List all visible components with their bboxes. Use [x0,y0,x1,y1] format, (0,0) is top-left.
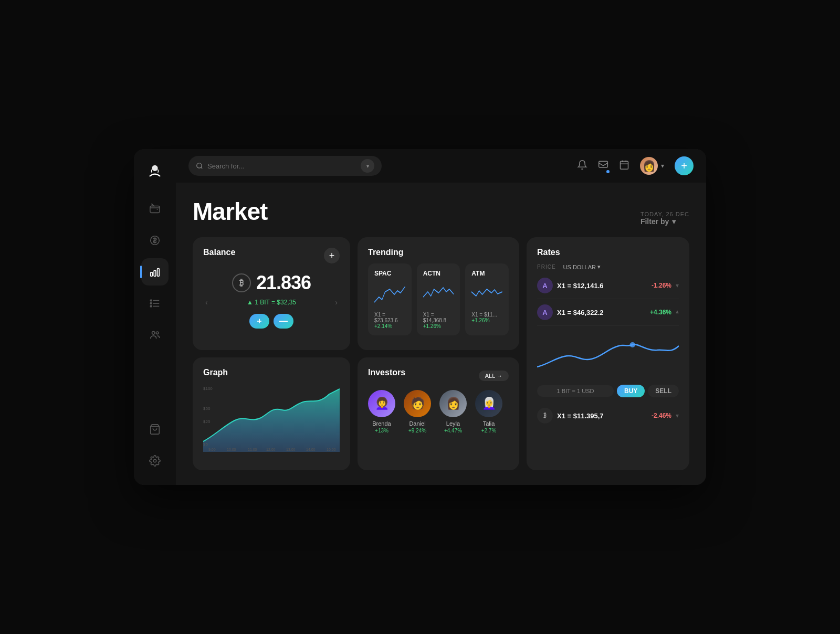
filter-button[interactable]: Filter by ▾ [640,217,689,226]
balance-add-button[interactable]: + [324,248,340,263]
trending-items: SPAC [368,263,509,335]
sidebar-item-list[interactable] [141,290,169,317]
rate-value-1: X1 = $12,141.6 [557,282,647,290]
avatar-button[interactable]: 👩 ▾ [640,157,664,175]
rate-info-3: X1 = $11.395,7 [557,412,647,420]
sell-button[interactable]: SELL [648,385,679,397]
svg-rect-1 [150,206,160,213]
investor-talia[interactable]: 👩‍🦳 Talia +2.7% [475,390,502,434]
svg-text:12:00: 12:00 [266,448,276,451]
rate-info-2: X1 = $46,322.2 [557,309,646,316]
trending-item-actn[interactable]: ACTN X1 = $14,368.8 +1.26% [417,263,460,335]
search-icon [196,162,203,170]
filter-label: Filter by [640,217,669,226]
svg-text:14:00: 14:00 [306,448,316,451]
rate-change-1: -1.26% [652,282,671,289]
investor-change-talia: +2.7% [475,428,502,434]
rates-header: PRICE US DOLLAR ▾ [537,263,679,270]
svg-rect-18 [621,161,628,169]
trending-item-atm[interactable]: ATM X1 = $11... +1.26% [465,263,509,335]
investor-leyla[interactable]: 👩 Leyla +4.47% [439,390,467,434]
logo[interactable] [143,160,166,183]
trending-chart-atm [471,281,502,308]
minus-button[interactable]: — [274,314,293,329]
rate-row-1[interactable]: A X1 = $12,141.6 -1.26% ▾ [537,272,679,299]
investor-change-leyla: +4.47% [439,428,467,434]
search-input[interactable] [207,162,356,170]
rate-value-3: X1 = $11.395,7 [557,412,647,420]
investor-change-brenda: +13% [368,428,395,434]
investors-header: Investors ALL → [368,368,509,384]
rate-row-2[interactable]: A X1 = $46,322.2 +4.36% ▾ [537,299,679,326]
investor-daniel[interactable]: 🧑 Daniel +9.24% [404,390,431,434]
investor-avatar-brenda: 👩‍🦱 [368,390,395,417]
svg-text:$25: $25 [203,419,211,424]
investor-name-daniel: Daniel [404,420,431,427]
sidebar-item-users[interactable] [141,321,169,348]
svg-rect-17 [599,161,608,167]
rates-card: Rates PRICE US DOLLAR ▾ A X1 = $12,141.6 [527,237,689,470]
balance-header: Balance + [203,248,340,263]
notification-icon[interactable] [577,160,587,172]
svg-point-12 [152,332,155,335]
investor-brenda[interactable]: 👩‍🦱 Brenda +13% [368,390,395,434]
notification-dot [606,170,610,173]
investors-all-button[interactable]: ALL → [479,371,509,381]
page-header: Market TODAY, 26 DEC Filter by ▾ [193,197,689,226]
calendar-icon[interactable] [619,160,629,172]
rate-icon-2: A [537,304,553,320]
rates-price-label: PRICE [537,264,556,270]
trending-chart-actn [423,281,454,308]
trending-change-spac: +2.14% [374,323,405,329]
investor-change-daniel: +9.24% [404,428,431,434]
page-title: Market [193,197,267,226]
trending-item-spac[interactable]: SPAC [368,263,412,335]
buy-button[interactable]: BUY [617,385,645,397]
search-chevron[interactable]: ▾ [361,159,374,173]
trending-symbol-actn: ACTN [423,270,454,277]
plus-button[interactable]: + [249,314,269,329]
trending-change-actn: +1.26% [423,323,454,329]
sidebar-item-chart[interactable] [141,258,169,286]
investor-name-brenda: Brenda [368,420,395,427]
sidebar-item-coin[interactable] [141,227,169,254]
svg-text:11:00: 11:00 [248,448,257,451]
topbar-icons: 👩 ▾ + [577,156,694,175]
add-button[interactable]: + [675,156,694,175]
trending-price-atm: X1 = $11... [471,312,502,318]
topbar: ▾ [176,149,706,183]
currency-label: US DOLLAR [563,264,596,270]
svg-rect-3 [151,272,153,276]
rate-chevron-2[interactable]: ▾ [676,309,679,316]
svg-point-15 [153,459,156,462]
balance-card: Balance + ₿ 21.836 ‹ 1 BIT = $32,35 › + [193,237,350,350]
trending-symbol-atm: ATM [471,270,502,277]
main-area: ▾ [176,149,706,485]
sidebar-item-settings[interactable] [141,447,169,474]
trending-symbol-spac: SPAC [374,270,405,277]
sidebar [134,149,176,485]
balance-amount: 21.836 [256,272,311,294]
nav-prev[interactable]: ‹ [205,298,208,307]
currency-select[interactable]: US DOLLAR ▾ [563,263,601,270]
sidebar-item-bag[interactable] [141,416,169,443]
balance-rate: 1 BIT = $32,35 [247,299,296,306]
rate-chevron-3[interactable]: ▾ [676,412,679,419]
filter-chevron: ▾ [672,217,676,226]
currency-chevron: ▾ [597,263,601,270]
cards-grid: Balance + ₿ 21.836 ‹ 1 BIT = $32,35 › + [193,237,689,470]
svg-text:$50: $50 [203,406,211,411]
svg-point-10 [150,303,152,304]
nav-next[interactable]: › [335,298,338,307]
trending-title: Trending [368,248,509,257]
rate-change-2: +4.36% [650,309,671,316]
svg-point-13 [156,332,159,334]
balance-display: ₿ 21.836 [203,272,340,294]
sidebar-item-wallet[interactable] [141,195,169,223]
svg-text:9:00: 9:00 [208,448,216,451]
rate-row-3[interactable]: ₿ X1 = $11.395,7 -2.46% ▾ [537,403,679,429]
message-icon[interactable] [598,160,608,172]
rate-chevron-1[interactable]: ▾ [676,282,679,289]
search-bar[interactable]: ▾ [188,156,382,176]
investor-avatar-talia: 👩‍🦳 [475,390,502,417]
